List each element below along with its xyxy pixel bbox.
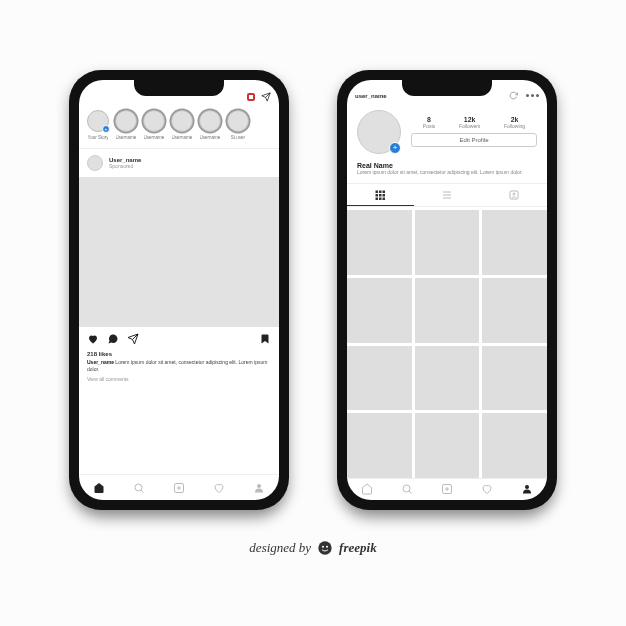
svg-line-1 [141, 490, 144, 493]
profile-bio-text: Lorem ipsum dolor sit amet, consectetur … [357, 169, 537, 176]
svg-point-27 [322, 546, 324, 548]
caption-text: Lorem ipsum dolor sit amet, consectetur … [87, 359, 267, 372]
post-author-avatar [87, 155, 103, 171]
story-item[interactable]: St.user [227, 110, 249, 140]
feed-screen: + Your Story Username Username Username [79, 80, 279, 500]
story-item[interactable]: Username [171, 110, 193, 140]
grid-post[interactable] [347, 346, 412, 411]
profile-summary: + 8 Posts 12k Followers 2k [347, 102, 547, 158]
direct-message-icon[interactable] [261, 92, 271, 102]
stories-row[interactable]: + Your Story Username Username Username [79, 104, 279, 149]
post-header[interactable]: User_name Sponsored [79, 149, 279, 177]
svg-rect-14 [383, 197, 386, 200]
nav-search-icon[interactable] [401, 483, 413, 495]
story-item[interactable]: Username [115, 110, 137, 140]
post-caption: User_name Lorem ipsum dolor sit amet, co… [79, 357, 279, 374]
caption-username[interactable]: User_name [87, 359, 114, 365]
comment-icon[interactable] [107, 333, 119, 345]
svg-rect-11 [383, 194, 386, 197]
story-label: Username [200, 135, 221, 140]
phone-feed: + Your Story Username Username Username [69, 70, 289, 510]
nav-profile-icon[interactable] [521, 483, 533, 495]
activity-badge-icon[interactable] [247, 93, 255, 101]
story-avatar [227, 110, 249, 132]
profile-username[interactable]: user_name [355, 93, 387, 99]
view-comments-link[interactable]: View all comments [79, 374, 279, 386]
grid-post[interactable] [347, 413, 412, 478]
grid-post[interactable] [482, 346, 547, 411]
svg-rect-8 [383, 190, 386, 193]
freepik-logo-icon [317, 540, 333, 556]
share-icon[interactable] [127, 333, 139, 345]
profile-stats: 8 Posts 12k Followers 2k Following Edit … [411, 116, 537, 147]
story-label: Username [144, 135, 165, 140]
stat-following[interactable]: 2k Following [504, 116, 525, 129]
feed-top-bar [79, 80, 279, 104]
story-label: Your Story [88, 135, 109, 140]
attribution-brand: freepik [339, 540, 377, 556]
nav-search-icon[interactable] [133, 482, 145, 494]
nav-activity-icon[interactable] [213, 482, 225, 494]
svg-rect-7 [379, 190, 382, 193]
profile-tabs [347, 183, 547, 207]
svg-rect-10 [379, 194, 382, 197]
story-avatar [115, 110, 137, 132]
bookmark-icon[interactable] [259, 333, 271, 345]
post-sponsored-label: Sponsored [109, 163, 141, 169]
svg-rect-6 [376, 190, 379, 193]
grid-post[interactable] [415, 210, 480, 275]
profile-posts-grid [347, 207, 547, 478]
svg-point-5 [257, 484, 261, 488]
stat-followers[interactable]: 12k Followers [459, 116, 480, 129]
phone-mockups: + Your Story Username Username Username [69, 70, 557, 510]
bottom-nav [79, 474, 279, 500]
svg-rect-12 [376, 197, 379, 200]
story-your-story[interactable]: + Your Story [87, 110, 109, 140]
refresh-icon[interactable] [509, 91, 518, 100]
story-label: Username [172, 135, 193, 140]
nav-activity-icon[interactable] [481, 483, 493, 495]
profile-avatar[interactable]: + [357, 110, 401, 154]
svg-point-26 [318, 541, 331, 554]
attribution-prefix: designed by [249, 540, 311, 556]
story-label: Username [116, 135, 137, 140]
nav-home-icon[interactable] [93, 482, 105, 494]
nav-add-icon[interactable] [173, 482, 185, 494]
post-image[interactable] [79, 177, 279, 327]
story-item[interactable]: Username [199, 110, 221, 140]
svg-point-20 [403, 485, 410, 492]
story-avatar [199, 110, 221, 132]
story-item[interactable]: Username [143, 110, 165, 140]
grid-post[interactable] [415, 278, 480, 343]
svg-line-21 [409, 491, 412, 494]
grid-post[interactable] [482, 210, 547, 275]
nav-home-icon[interactable] [361, 483, 373, 495]
story-avatar [171, 110, 193, 132]
grid-post[interactable] [347, 278, 412, 343]
svg-point-0 [135, 484, 142, 491]
nav-add-icon[interactable] [441, 483, 453, 495]
profile-screen: user_name + 8 Posts [347, 80, 547, 500]
tab-list[interactable] [414, 184, 481, 206]
add-story-badge-icon: + [389, 142, 401, 154]
svg-rect-9 [376, 194, 379, 197]
nav-profile-icon[interactable] [253, 482, 265, 494]
edit-profile-button[interactable]: Edit Profile [411, 133, 537, 147]
grid-post[interactable] [482, 413, 547, 478]
grid-post[interactable] [415, 413, 480, 478]
more-options-icon[interactable] [526, 94, 539, 97]
grid-post[interactable] [347, 210, 412, 275]
story-label: St.user [231, 135, 245, 140]
like-icon[interactable] [87, 333, 99, 345]
grid-post[interactable] [415, 346, 480, 411]
story-avatar [143, 110, 165, 132]
profile-top-bar: user_name [347, 80, 547, 102]
grid-post[interactable] [482, 278, 547, 343]
stat-posts[interactable]: 8 Posts [423, 116, 436, 129]
svg-rect-13 [379, 197, 382, 200]
svg-point-25 [525, 485, 529, 489]
tab-grid[interactable] [347, 184, 414, 206]
tab-tagged[interactable] [480, 184, 547, 206]
phone-profile: user_name + 8 Posts [337, 70, 557, 510]
post-actions [79, 327, 279, 351]
